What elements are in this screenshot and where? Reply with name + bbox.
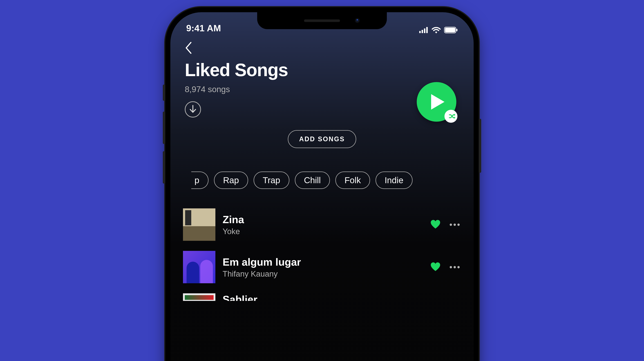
play-button[interactable]	[417, 82, 456, 122]
status-icons	[419, 27, 458, 33]
back-button[interactable]	[183, 42, 194, 53]
status-time: 9:41 AM	[186, 23, 221, 33]
svg-rect-3	[426, 27, 428, 33]
front-camera	[355, 18, 360, 23]
more-options-icon[interactable]: •••	[450, 263, 461, 272]
shuffle-badge[interactable]	[444, 110, 458, 123]
svg-rect-5	[445, 28, 455, 32]
battery-icon	[444, 27, 458, 33]
filter-chips-row[interactable]: p Rap Trap Chill Folk Indie	[185, 171, 459, 189]
phone-power-button	[479, 119, 481, 173]
phone-volume-up	[163, 112, 165, 144]
wifi-icon	[432, 27, 441, 33]
track-row[interactable]: Zina Yoke •••	[183, 203, 461, 246]
cellular-signal-icon	[419, 27, 428, 33]
phone-notch	[257, 12, 387, 29]
album-art[interactable]	[183, 208, 216, 241]
earpiece-speaker	[304, 19, 340, 22]
filter-chip-chill[interactable]: Chill	[295, 171, 330, 189]
page-title: Liked Songs	[185, 60, 459, 79]
phone-frame: 9:41 AM	[165, 7, 479, 361]
track-artist: Yoke	[222, 227, 423, 236]
phone-volume-down	[163, 151, 165, 184]
track-artist: Thifany Kauany	[222, 269, 423, 278]
song-count: 8,974 songs	[185, 84, 459, 94]
phone-screen: 9:41 AM	[170, 12, 474, 361]
svg-rect-0	[419, 31, 421, 33]
album-art[interactable]	[183, 251, 216, 283]
download-button[interactable]	[185, 101, 201, 117]
svg-rect-1	[422, 30, 423, 33]
track-row[interactable]: Em algum lugar Thifany Kauany •••	[183, 246, 461, 288]
svg-rect-2	[424, 28, 425, 33]
track-list[interactable]: Zina Yoke ••• Em algum lugar Thifany	[170, 203, 474, 301]
heart-icon[interactable]	[430, 262, 440, 272]
playlist-header: Liked Songs 8,974 songs	[170, 35, 474, 189]
track-title: Zina	[222, 213, 423, 226]
heart-icon[interactable]	[430, 220, 440, 230]
more-options-icon[interactable]: •••	[450, 220, 461, 229]
track-row[interactable]: Sablier	[183, 288, 461, 301]
filter-chip-indie[interactable]: Indie	[376, 171, 412, 189]
album-art[interactable]	[183, 293, 216, 301]
track-title: Sablier	[222, 293, 461, 301]
filter-chip-rap[interactable]: Rap	[214, 171, 248, 189]
filter-chip-trap[interactable]: Trap	[254, 171, 290, 189]
phone-mute-switch	[163, 85, 165, 101]
svg-rect-6	[456, 29, 458, 31]
track-title: Em algum lugar	[222, 256, 423, 268]
filter-chip-folk[interactable]: Folk	[335, 171, 370, 189]
filter-chip-truncated[interactable]: p	[191, 171, 208, 189]
add-songs-button[interactable]: ADD SONGS	[288, 130, 356, 148]
